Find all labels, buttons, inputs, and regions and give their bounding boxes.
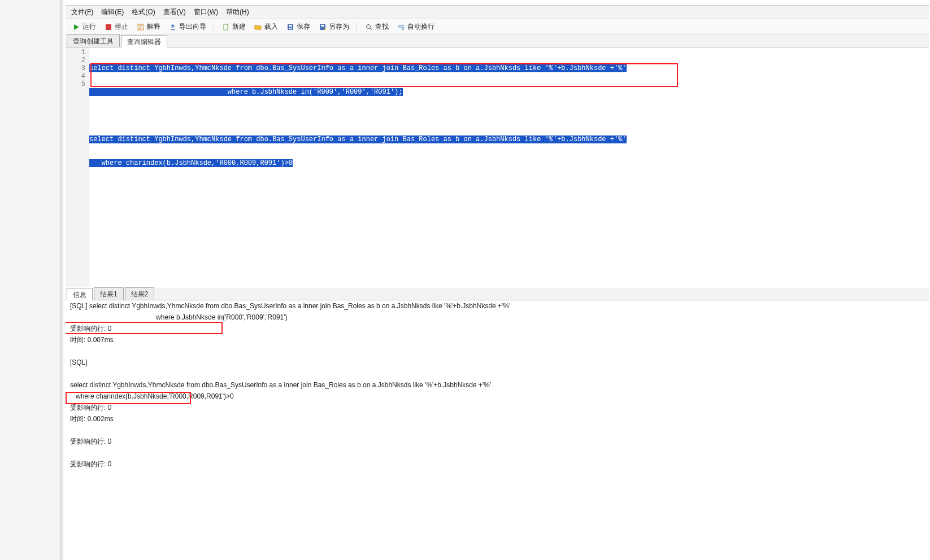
top-tabstrip-cut [66,0,929,6]
tab-query-editor[interactable]: 查询编辑器 [121,35,167,47]
main-area: 文件(F) 编辑(E) 格式(O) 查看(V) 窗口(W) 帮助(H) 运行 停… [63,0,930,560]
code-area[interactable]: select distinct YgbhInwds,YhmcNksde from… [89,47,929,287]
message-line: 受影响的行: 0 [66,458,929,470]
new-icon [221,23,231,32]
toolbar: 运行 停止 解释 导出向导 新建 载入 [66,19,929,35]
message-line: where b.JsbhNksde in('R000','R009','R091… [66,312,929,323]
result-tabstrip: 信息 结果1 结果2 [66,288,929,300]
tab-result-1[interactable]: 结果1 [94,287,124,300]
message-line: 时间: 0.007ms [66,334,929,345]
line-number: 2 [66,56,89,64]
svg-marker-0 [74,24,79,30]
line-gutter: 1 2 3 4 5 [66,47,89,287]
svg-rect-3 [224,24,228,30]
save-button[interactable]: 保存 [283,20,313,33]
message-panel[interactable]: [SQL] select distinct YgbhInwds,YhmcNksd… [66,300,929,560]
code-line: select distinct YgbhInwds,YhmcNksde from… [89,64,627,72]
word-wrap-icon [397,23,406,32]
explain-icon [136,23,145,32]
save-icon [286,23,295,32]
stop-icon [104,23,113,32]
code-line: where charindex(b.JsbhNksde,'R000,R009,R… [89,159,293,167]
svg-rect-5 [289,25,292,27]
save-as-button[interactable]: 另存为 [315,20,352,33]
line-number: 4 [66,72,89,80]
menu-view[interactable]: 查看(V) [160,6,189,18]
code-line: where b.JsbhNksde in('R000','R009','R091… [89,88,403,96]
tab-info[interactable]: 信息 [67,288,93,300]
toolbar-separator [357,22,357,32]
line-number: 3 [66,64,89,72]
export-wizard-button[interactable]: 导出向导 [166,20,209,33]
stop-button[interactable]: 停止 [101,20,131,33]
find-button[interactable]: 查找 [362,20,392,33]
toolbar-separator [214,22,214,32]
vertical-splitter[interactable] [60,0,63,560]
tab-query-builder[interactable]: 查询创建工具 [67,34,120,47]
play-icon [72,23,81,32]
message-line: [SQL] select distinct YgbhInwds,YhmcNksd… [66,300,929,312]
menu-file[interactable]: 文件(F) [68,6,97,18]
search-icon [364,23,373,32]
open-folder-icon [254,23,263,32]
save-as-icon [318,23,327,32]
message-line: 受影响的行: 0 [66,402,929,413]
message-line: 时间: 0.002ms [66,413,929,425]
svg-rect-1 [106,24,111,30]
editor-tabstrip: 查询创建工具 查询编辑器 [66,35,929,47]
load-button[interactable]: 载入 [251,20,281,33]
new-button[interactable]: 新建 [219,20,249,33]
menu-help[interactable]: 帮助(H) [223,6,253,18]
menu-edit[interactable]: 编辑(E) [98,6,127,18]
auto-wrap-button[interactable]: 自动换行 [394,20,437,33]
menu-format[interactable]: 格式(O) [128,6,158,18]
run-button[interactable]: 运行 [69,20,99,33]
message-line: where charindex(b.JsbhNksde,'R000,R009,R… [66,391,929,402]
export-icon [168,23,177,32]
svg-rect-6 [289,28,292,29]
svg-point-9 [367,24,371,28]
message-line: [SQL] [66,357,929,368]
message-line: 受影响的行: 0 [66,323,929,334]
left-pane [0,0,63,560]
tab-result-2[interactable]: 结果2 [125,287,155,300]
message-line: select distinct YgbhInwds,YhmcNksde from… [66,379,929,391]
svg-rect-8 [321,25,324,27]
sql-editor[interactable]: 1 2 3 4 5 select distinct YgbhInwds,Yhmc… [66,47,929,287]
app-window: 文件(F) 编辑(E) 格式(O) 查看(V) 窗口(W) 帮助(H) 运行 停… [0,0,930,560]
message-line: 受影响的行: 0 [66,436,929,447]
line-number: 1 [66,49,89,56]
line-number: 5 [66,80,89,88]
menu-window[interactable]: 窗口(W) [190,6,221,18]
menubar: 文件(F) 编辑(E) 格式(O) 查看(V) 窗口(W) 帮助(H) [66,6,929,19]
explain-button[interactable]: 解释 [133,20,163,33]
code-line: select distinct YgbhInwds,YhmcNksde from… [89,135,627,143]
